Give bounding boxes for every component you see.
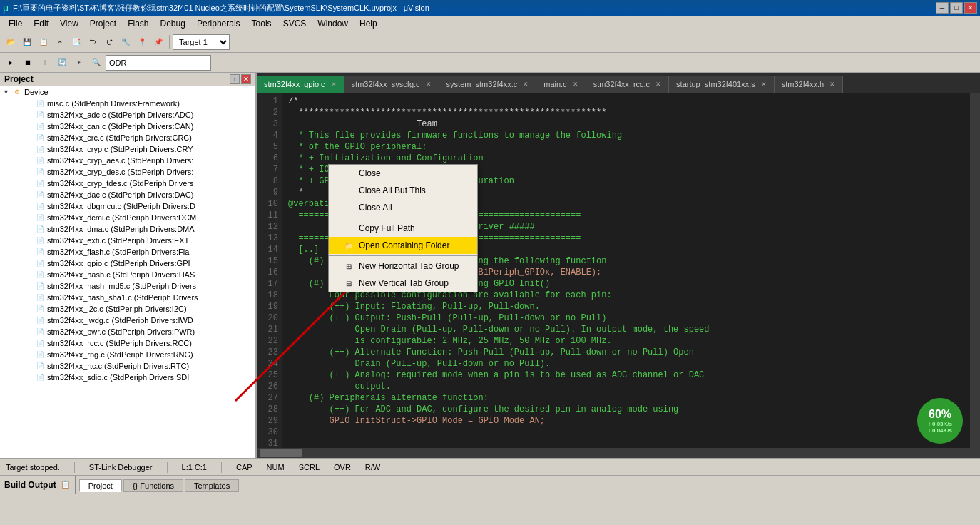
ctx-item-open-containing-folder[interactable]: 📁 Open Containing Folder xyxy=(329,237,477,254)
editor-scrollbar[interactable] xyxy=(970,93,980,448)
toolbar2-btn-4[interactable]: ⚡ xyxy=(71,55,87,71)
bottom-tab-1[interactable]: {} Functions xyxy=(123,479,183,492)
file-label-7: stm32f4xx_cryp_tdes.c (StdPeriph Drivers xyxy=(47,179,193,188)
close-button[interactable]: ✕ xyxy=(964,2,977,14)
toolbar1-btn-0[interactable]: 📂 xyxy=(3,34,19,50)
tree-file-12[interactable]: 📄 stm32f4xx_exti.c (StdPeriph Drivers:EX… xyxy=(23,235,255,246)
tree-file-18[interactable]: 📄 stm32f4xx_i2c.c (StdPeriph Drivers:I2C… xyxy=(23,303,255,315)
tab-2[interactable]: system_stm32f4xx.c✕ xyxy=(439,76,537,93)
toolbar2-btn-2[interactable]: ⏸ xyxy=(37,55,53,71)
tree-file-9[interactable]: 📄 stm32f4xx_dbgmcu.c (StdPeriph Drivers:… xyxy=(23,200,255,212)
ctx-icon-4 xyxy=(343,223,354,234)
tree-file-15[interactable]: 📄 stm32f4xx_hash.c (StdPeriph Drivers:HA… xyxy=(23,269,255,280)
toolbar2-btn-3[interactable]: 🔄 xyxy=(54,55,70,71)
file-label-16: stm32f4xx_hash_md5.c (StdPeriph Drivers xyxy=(47,282,196,290)
tree-file-17[interactable]: 📄 stm32f4xx_hash_sha1.c (StdPeriph Drive… xyxy=(23,292,255,303)
tab-close-6[interactable]: ✕ xyxy=(830,81,835,88)
target-dropdown[interactable]: Target 1 xyxy=(173,34,230,50)
menu-item-project[interactable]: Project xyxy=(84,17,122,30)
maximize-button[interactable]: □ xyxy=(950,2,963,14)
tree-file-21[interactable]: 📄 stm32f4xx_rcc.c (StdPeriph Drivers:RCC… xyxy=(23,337,255,349)
toolbar1-btn-6[interactable]: ⮍ xyxy=(101,34,117,50)
tree-file-22[interactable]: 📄 stm32f4xx_rng.c (StdPeriph Drivers:RNG… xyxy=(23,349,255,360)
tree-file-3[interactable]: 📄 stm32f4xx_crc.c (StdPeriph Drivers:CRC… xyxy=(23,132,255,143)
tab-6[interactable]: stm32f4xx.h✕ xyxy=(775,76,843,93)
toolbar1-sep xyxy=(169,35,170,49)
menu-item-debug[interactable]: Debug xyxy=(155,17,191,30)
toolbar1-btn-1[interactable]: 💾 xyxy=(19,34,35,50)
tree-file-5[interactable]: 📄 stm32f4xx_cryp_aes.c (StdPeriph Driver… xyxy=(23,155,255,166)
toolbar2-btn-0[interactable]: ▶ xyxy=(3,55,19,71)
bottom-tab-2[interactable]: Templates xyxy=(185,479,239,492)
tab-close-4[interactable]: ✕ xyxy=(655,81,661,88)
tree-file-8[interactable]: 📄 stm32f4xx_dac.c (StdPeriph Drivers:DAC… xyxy=(23,189,255,200)
tree-file-0[interactable]: 📄 misc.c (StdPeriph Drivers:Framework) xyxy=(23,98,255,109)
tree-file-19[interactable]: 📄 stm32f4xx_iwdg.c (StdPeriph Drivers:IW… xyxy=(23,315,255,326)
tree-file-24[interactable]: 📄 stm32f4xx_sdio.c (StdPeriph Drivers:SD… xyxy=(23,372,255,383)
file-label-19: stm32f4xx_iwdg.c (StdPeriph Drivers:IWD xyxy=(47,316,193,325)
tree-file-14[interactable]: 📄 stm32f4xx_gpio.c (StdPeriph Drivers:GP… xyxy=(23,258,255,269)
bottom-tab-0[interactable]: Project xyxy=(79,479,122,492)
ctx-item-new-vertical-tab-group[interactable]: ⊟ New Vertical Tab Group xyxy=(329,275,477,292)
tab-close-2[interactable]: ✕ xyxy=(523,81,529,88)
tab-close-3[interactable]: ✕ xyxy=(573,81,578,88)
tree-file-11[interactable]: 📄 stm32f4xx_dma.c (StdPeriph Drivers:DMA xyxy=(23,223,255,235)
file-label-9: stm32f4xx_dbgmcu.c (StdPeriph Drivers:D xyxy=(47,202,195,210)
tree-file-13[interactable]: 📄 stm32f4xx_flash.c (StdPeriph Drivers:F… xyxy=(23,246,255,258)
tab-close-1[interactable]: ✕ xyxy=(426,81,432,88)
menu-item-flash[interactable]: Flash xyxy=(122,17,154,30)
line-num-14: 14 xyxy=(261,244,278,255)
search-input[interactable] xyxy=(106,55,211,71)
menu-item-view[interactable]: View xyxy=(54,17,84,30)
tab-5[interactable]: startup_stm32f401xx.s✕ xyxy=(669,76,775,93)
line-num-19: 19 xyxy=(261,301,278,312)
tree-file-16[interactable]: 📄 stm32f4xx_hash_md5.c (StdPeriph Driver… xyxy=(23,280,255,292)
tree-file-23[interactable]: 📄 stm32f4xx_rtc.c (StdPeriph Drivers:RTC… xyxy=(23,360,255,372)
toolbar1-btn-7[interactable]: 🔧 xyxy=(118,34,133,50)
file-icon-12: 📄 xyxy=(35,235,45,245)
toolbar1-btn-9[interactable]: 📌 xyxy=(150,34,166,50)
tree-file-6[interactable]: 📄 stm32f4xx_cryp_des.c (StdPeriph Driver… xyxy=(23,166,255,178)
code-line-29: (++) Analog: required mode when a pin is… xyxy=(288,369,964,381)
tab-1[interactable]: stm32f4xx_syscfg.c✕ xyxy=(344,76,439,93)
toolbar1-btn-4[interactable]: 📑 xyxy=(68,34,84,50)
tab-close-5[interactable]: ✕ xyxy=(761,81,767,88)
tab-3[interactable]: main.c✕ xyxy=(536,76,586,93)
menu-item-svcs[interactable]: SVCS xyxy=(277,17,312,30)
file-icon-16: 📄 xyxy=(35,281,45,291)
file-label-12: stm32f4xx_exti.c (StdPeriph Drivers:EXT xyxy=(47,236,189,245)
tree-file-1[interactable]: 📄 stm32f4xx_adc.c (StdPeriph Drivers:ADC… xyxy=(23,109,255,121)
tree-file-2[interactable]: 📄 stm32f4xx_can.c (StdPeriph Drivers:CAN… xyxy=(23,121,255,132)
toolbar2-btn-1[interactable]: ⏹ xyxy=(20,55,36,71)
toolbar1-btn-5[interactable]: ⮌ xyxy=(85,34,101,50)
ctx-item-copy-full-path[interactable]: Copy Full Path xyxy=(329,220,477,237)
menu-item-tools[interactable]: Tools xyxy=(246,17,277,30)
tree-file-10[interactable]: 📄 stm32f4xx_dcmi.c (StdPeriph Drivers:DC… xyxy=(23,212,255,223)
project-sync-button[interactable]: ↕ xyxy=(230,74,240,84)
file-icon-18: 📄 xyxy=(35,304,45,314)
ctx-item-close[interactable]: Close xyxy=(329,165,477,182)
tab-4[interactable]: stm32f4xx_rcc.c✕ xyxy=(586,76,669,93)
tab-close-0[interactable]: ✕ xyxy=(331,81,337,88)
menu-item-help[interactable]: Help xyxy=(354,17,383,30)
tab-0[interactable]: stm32f4xx_gpio.c✕ xyxy=(257,76,344,93)
ctx-item-new-horizontal-tab-group[interactable]: ⊞ New Horizontal Tab Group xyxy=(329,258,477,275)
toolbar1-btn-2[interactable]: 📋 xyxy=(36,34,51,50)
menu-item-edit[interactable]: Edit xyxy=(28,17,54,30)
h-scroll-thumb[interactable] xyxy=(260,449,302,457)
tree-file-4[interactable]: 📄 stm32f4xx_cryp.c (StdPeriph Drivers:CR… xyxy=(23,143,255,155)
ctx-item-close-all-but-this[interactable]: Close All But This xyxy=(329,182,477,199)
toolbar1-btn-3[interactable]: ✂ xyxy=(52,34,68,50)
toolbar1-btn-8[interactable]: 📍 xyxy=(134,34,150,50)
menu-item-window[interactable]: Window xyxy=(312,17,354,30)
tree-file-7[interactable]: 📄 stm32f4xx_cryp_tdes.c (StdPeriph Drive… xyxy=(23,178,255,189)
tree-file-20[interactable]: 📄 stm32f4xx_pwr.c (StdPeriph Drivers:PWR… xyxy=(23,326,255,337)
menu-item-file[interactable]: File xyxy=(3,17,28,30)
tree-item-device[interactable]: ▼ ⚙ Device xyxy=(0,86,255,98)
horizontal-scrollbar[interactable] xyxy=(257,448,980,458)
minimize-button[interactable]: ─ xyxy=(936,2,949,14)
project-close-button[interactable]: ✕ xyxy=(241,74,251,84)
menu-item-peripherals[interactable]: Peripherals xyxy=(191,17,246,30)
toolbar2-btn-5[interactable]: 🔍 xyxy=(88,55,104,71)
ctx-item-close-all[interactable]: Close All xyxy=(329,199,477,216)
